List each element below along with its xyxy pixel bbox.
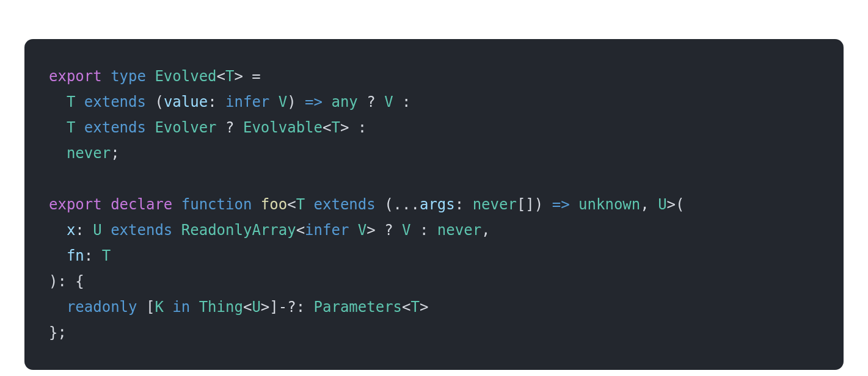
equals: =	[243, 68, 261, 85]
keyword-infer: infer	[305, 222, 349, 239]
indent	[49, 298, 67, 316]
indent	[49, 93, 67, 110]
semicolon: ;	[57, 324, 66, 341]
type-param-t: T	[67, 119, 75, 136]
angle-close: >	[367, 222, 375, 239]
type-never: never	[437, 222, 481, 239]
type-evolvable: Evolvable	[243, 119, 323, 136]
type-param-k: K	[155, 298, 163, 316]
paren-open: (	[384, 196, 393, 213]
type-never: never	[67, 145, 111, 162]
keyword-export: export	[49, 68, 102, 85]
question: ?	[367, 93, 375, 110]
indent	[49, 247, 67, 264]
colon: :	[455, 196, 464, 213]
function-foo: foo	[261, 196, 287, 213]
paren-close: )	[287, 93, 296, 110]
keyword-in: in	[172, 298, 190, 316]
type-param-t: T	[331, 119, 340, 136]
type-param-v: V	[279, 93, 287, 110]
type-evolver: Evolver	[155, 119, 216, 136]
type-param-u: U	[252, 298, 260, 316]
paren-close: )	[49, 273, 57, 290]
angle-open: <	[296, 222, 305, 239]
colon: :	[84, 247, 93, 264]
keyword-export: export	[49, 196, 102, 213]
paren-close: )	[534, 196, 543, 213]
indent	[49, 222, 67, 239]
code: export type Evolved<T> = T extends (valu…	[49, 68, 685, 341]
paren-open: (	[676, 196, 684, 213]
indent	[49, 119, 67, 136]
comma: ,	[481, 222, 490, 239]
type-any: any	[331, 93, 357, 110]
angle-close: >	[340, 119, 349, 136]
code-block[interactable]: export type Evolved<T> = T extends (valu…	[24, 39, 844, 370]
angle-open: <	[243, 298, 252, 316]
type-param-v: V	[402, 222, 410, 239]
paren-open: (	[155, 93, 163, 110]
type-param-t: T	[102, 247, 111, 264]
brackets: []	[517, 196, 534, 213]
type-param-t: T	[296, 196, 305, 213]
keyword-readonly: readonly	[67, 298, 137, 316]
type-thing: Thing	[199, 298, 243, 316]
minus-question: -?	[279, 298, 296, 316]
colon: :	[208, 93, 216, 110]
type-param-t: T	[67, 93, 75, 110]
type-param-t: T	[411, 298, 420, 316]
comma: ,	[640, 196, 649, 213]
arrow: =>	[305, 93, 323, 110]
type-param-v: V	[358, 222, 367, 239]
param-x: x	[67, 222, 75, 239]
angle-close: >	[261, 298, 269, 316]
bracket-open: [	[146, 298, 155, 316]
keyword-extends: extends	[84, 93, 146, 110]
colon: :	[75, 222, 84, 239]
colon: :	[402, 93, 410, 110]
angle-open: <	[287, 196, 296, 213]
keyword-function: function	[181, 196, 252, 213]
type-name-evolved: Evolved	[155, 68, 216, 85]
type-param-u: U	[93, 222, 101, 239]
question: ?	[225, 119, 234, 136]
angle-open: <	[217, 68, 225, 85]
param-args: args	[420, 196, 455, 213]
indent	[49, 145, 67, 162]
colon: :	[358, 119, 367, 136]
keyword-extends: extends	[314, 196, 376, 213]
param-value: value	[164, 93, 208, 110]
keyword-infer: infer	[225, 93, 269, 110]
angle-close: >	[420, 298, 428, 316]
type-parameters: Parameters	[314, 298, 403, 316]
type-param-v: V	[384, 93, 393, 110]
type-readonlyarray: ReadonlyArray	[181, 222, 296, 239]
brace-open: {	[75, 273, 84, 290]
type-param-t: T	[225, 68, 234, 85]
type-never: never	[473, 196, 517, 213]
keyword-type: type	[111, 68, 146, 85]
keyword-declare: declare	[111, 196, 172, 213]
keyword-extends: extends	[111, 222, 172, 239]
type-unknown: unknown	[578, 196, 640, 213]
colon: :	[420, 222, 428, 239]
colon: :	[57, 273, 66, 290]
param-fn: fn	[67, 247, 84, 264]
ellipsis: ...	[393, 196, 420, 213]
brace-close: }	[49, 324, 57, 341]
bracket-close: ]	[269, 298, 278, 316]
colon: :	[296, 298, 305, 316]
angle-open: <	[402, 298, 410, 316]
question: ?	[384, 222, 393, 239]
type-param-u: U	[658, 196, 666, 213]
keyword-extends: extends	[84, 119, 146, 136]
semicolon: ;	[111, 145, 119, 162]
angle-open: <	[323, 119, 331, 136]
angle-close: >	[234, 68, 243, 85]
angle-close: >	[667, 196, 676, 213]
arrow: =>	[552, 196, 570, 213]
